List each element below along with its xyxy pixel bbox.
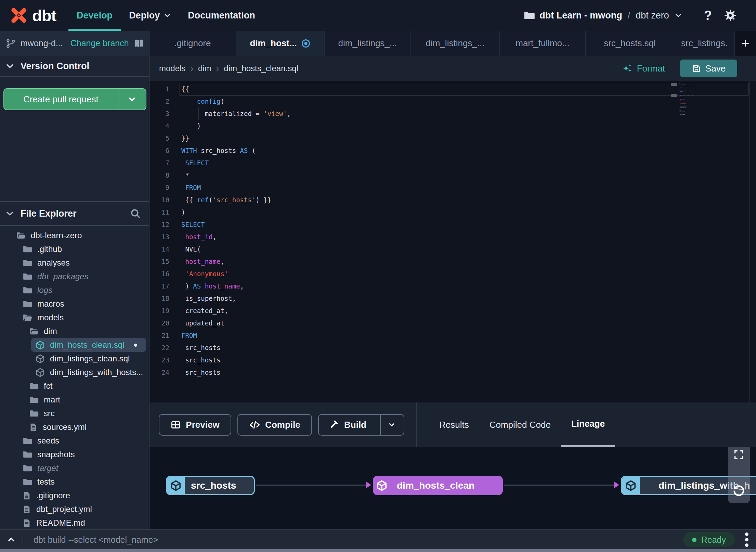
code-line[interactable]: FROM xyxy=(181,329,291,342)
create-pull-request-button[interactable]: Create pull request xyxy=(3,88,146,110)
code-line[interactable]: materialized = 'view', xyxy=(181,107,291,120)
code-line[interactable]: ) AS host_name, xyxy=(181,280,291,292)
dbt-logo[interactable]: dbt xyxy=(9,5,56,25)
command-bar-expand-button[interactable] xyxy=(0,530,23,549)
build-dropdown-button[interactable] xyxy=(380,415,403,435)
code-line[interactable]: {{ xyxy=(181,83,291,95)
tree-item-tests[interactable]: tests xyxy=(0,475,149,489)
lineage-node-dim-hosts-clean[interactable]: dim_hosts_clean xyxy=(373,476,503,495)
code-line[interactable]: ) xyxy=(181,206,291,218)
project-folder-icon xyxy=(523,9,535,22)
editor-tab-dim-listings[interactable]: dim_listings_... xyxy=(325,31,411,56)
model-cube-icon xyxy=(622,477,640,494)
line-number: 10 xyxy=(149,194,169,206)
code-line[interactable]: src_hosts xyxy=(181,366,291,378)
project-chevron-down-icon[interactable] xyxy=(674,11,683,20)
tree-item-dim-hosts-clean-sql[interactable]: dim_hosts_clean.sql xyxy=(0,338,149,352)
scrollbar-track[interactable] xyxy=(749,81,750,402)
editor-tab-src-hosts-sql[interactable]: src_hosts.sql xyxy=(586,31,674,56)
settings-gear-icon[interactable] xyxy=(724,9,737,22)
account-name[interactable]: dbt Learn - mwong xyxy=(539,10,622,21)
code-line[interactable]: NVL( xyxy=(181,243,291,255)
code-line[interactable]: host_id, xyxy=(181,231,291,243)
create-pull-request-label[interactable]: Create pull request xyxy=(4,89,118,110)
code-line[interactable]: src_hosts xyxy=(181,342,291,354)
editor-tab-mart-fullmo[interactable]: mart_fullmo... xyxy=(500,31,586,56)
panel-tab-compiled-code[interactable]: Compiled Code xyxy=(479,402,561,447)
code-line[interactable]: src_hosts xyxy=(181,354,291,366)
code-line[interactable]: SELECT xyxy=(181,218,291,231)
dbt-cloud-ide: dbt DevelopDeployDocumentation dbt Learn… xyxy=(0,0,756,552)
command-input[interactable]: dbt build --select <model_name> xyxy=(34,535,158,545)
tree-item-sources-yml[interactable]: sources.yml xyxy=(0,420,149,434)
code-editor[interactable]: 123456789101112131415161718192021222324 … xyxy=(149,81,756,402)
tree-item-dim[interactable]: dim xyxy=(0,324,149,338)
code-line[interactable]: }} xyxy=(181,132,291,144)
lineage-canvas[interactable]: src_hostsdim_hosts_cleandim_listings_wit… xyxy=(149,447,756,529)
format-button[interactable]: Format xyxy=(622,63,665,74)
code-line[interactable]: host_name, xyxy=(181,255,291,268)
editor-tab-src-listings[interactable]: src_listings. xyxy=(674,31,735,56)
file-explorer-header[interactable]: File Explorer xyxy=(0,201,149,226)
docs-book-icon[interactable] xyxy=(134,38,145,49)
tree-item-src[interactable]: src xyxy=(0,407,149,420)
tree-item-dbt-learn-zero[interactable]: dbt-learn-zero xyxy=(0,229,149,242)
panel-tab-lineage[interactable]: Lineage xyxy=(561,402,615,447)
build-button[interactable]: Build xyxy=(318,414,404,436)
tree-item-models[interactable]: models xyxy=(0,311,149,324)
code-line[interactable]: * xyxy=(181,169,291,181)
breadcrumb-models[interactable]: models xyxy=(159,64,185,73)
minimap[interactable]: {{ config( materialized = 'view', )}}WIT… xyxy=(679,82,704,134)
reset-view-icon[interactable] xyxy=(731,483,746,498)
nav-item-documentation[interactable]: Documentation xyxy=(180,0,263,31)
code-line[interactable]: config( xyxy=(181,95,291,107)
lineage-node-src-hosts[interactable]: src_hosts xyxy=(166,476,255,495)
code-line[interactable]: updated_at xyxy=(181,317,291,329)
save-button[interactable]: Save xyxy=(680,60,737,77)
code-line[interactable]: ) xyxy=(181,120,291,132)
tree-item-gitignore[interactable]: .gitignore xyxy=(0,489,149,502)
tree-item-dim-listings-with-hosts[interactable]: dim_listings_with_hosts... xyxy=(0,365,149,379)
tree-item-dbt-packages[interactable]: dbt_packages xyxy=(0,270,149,283)
kebab-menu-icon[interactable] xyxy=(744,531,750,548)
nav-item-deploy[interactable]: Deploy xyxy=(121,0,180,31)
tree-item-github[interactable]: .github xyxy=(0,242,149,256)
code-line[interactable]: is_superhost, xyxy=(181,292,291,305)
code-line[interactable]: 'Anonymous' xyxy=(181,268,291,280)
code-line[interactable]: created_at, xyxy=(181,305,291,317)
tree-item-seeds[interactable]: seeds xyxy=(0,434,149,448)
editor-tab-dim-listings[interactable]: dim_listings_... xyxy=(411,31,500,56)
change-branch-link[interactable]: Change branch xyxy=(70,38,129,48)
code-line[interactable]: FROM xyxy=(181,181,291,194)
new-tab-button[interactable]: + xyxy=(735,31,756,56)
editor-tab-gitignore[interactable]: .gitignore xyxy=(149,31,236,56)
tree-item-readme-md[interactable]: README.md xyxy=(0,516,149,529)
tree-item-analyses[interactable]: analyses xyxy=(0,256,149,270)
compile-button[interactable]: Compile xyxy=(237,414,312,436)
tree-item-macros[interactable]: macros xyxy=(0,297,149,311)
version-control-header[interactable]: Version Control xyxy=(0,56,149,77)
help-button[interactable]: ? xyxy=(704,8,712,23)
pull-request-dropdown-button[interactable] xyxy=(118,89,146,110)
tree-item-snapshots[interactable]: snapshots xyxy=(0,448,149,461)
tree-item-target[interactable]: target xyxy=(0,461,149,475)
preview-button[interactable]: Preview xyxy=(159,414,231,436)
code-line[interactable]: WITH src_hosts AS ( xyxy=(181,144,291,157)
tree-item-dbt-project-yml[interactable]: dbt_project.yml xyxy=(0,502,149,516)
tree-item-dim-listings-clean-sql[interactable]: dim_listings_clean.sql xyxy=(0,352,149,365)
line-number: 12 xyxy=(149,218,169,231)
tree-item-fct[interactable]: fct xyxy=(0,379,149,393)
tree-item-logs[interactable]: logs xyxy=(0,283,149,297)
project-name[interactable]: dbt zero xyxy=(636,10,669,21)
editor-tab-dim-host[interactable]: dim_host... xyxy=(236,31,325,56)
code-line[interactable]: SELECT xyxy=(181,157,291,169)
code-lines[interactable]: {{ config( materialized = 'view', )}}WIT… xyxy=(181,83,291,378)
indent-guide xyxy=(183,169,183,181)
fullscreen-icon[interactable] xyxy=(733,449,745,461)
panel-tab-results[interactable]: Results xyxy=(429,402,479,447)
nav-item-develop[interactable]: Develop xyxy=(68,0,121,31)
breadcrumb-dim[interactable]: dim xyxy=(198,64,211,73)
search-icon[interactable] xyxy=(130,208,141,219)
tree-item-mart[interactable]: mart xyxy=(0,393,149,407)
code-line[interactable]: {{ ref('src_hosts') }} xyxy=(181,194,291,206)
